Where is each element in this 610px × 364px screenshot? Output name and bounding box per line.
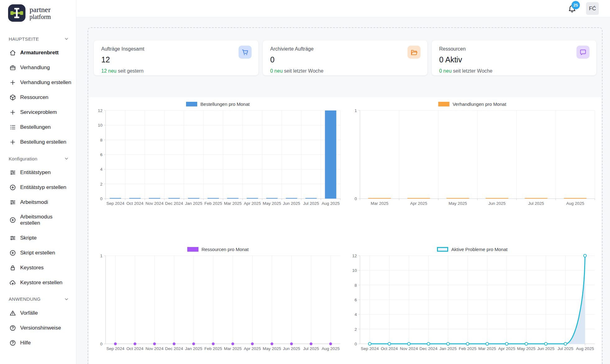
sidebar-item-armaturenbrett[interactable]: Armaturenbrett — [0, 45, 76, 60]
user-avatar[interactable]: FĆ — [586, 2, 599, 15]
sidebar-item-entitätstypen[interactable]: Entitätstypen — [0, 165, 76, 180]
sidebar-item-arbeitsmodi[interactable]: Arbeitsmodi — [0, 195, 76, 210]
sidebar-item-vorfälle[interactable]: Vorfälle — [0, 306, 76, 321]
sidebar-item-ressourcen[interactable]: Ressourcen — [0, 90, 76, 105]
chart-legend[interactable]: Verhandlungen pro Monat — [438, 101, 506, 107]
sidebar-item-label: Entitätstypen — [20, 169, 51, 176]
cart-iconbox — [239, 46, 252, 59]
card-delta-suffix: seit letzter Woche — [452, 68, 492, 74]
sidebar-section-konfiguration: KonfigurationEntitätstypenEntitätstyp er… — [0, 152, 76, 290]
sidebar-item-entitätstyp-erstellen[interactable]: Entitätstyp erstellen — [0, 180, 76, 195]
card-ressourcen[interactable]: Ressourcen 0 Aktiv 0 neu seit letzter Wo… — [432, 40, 596, 75]
stat-cards-row: Aufträge Insgesamt 12 12 neu seit gester… — [94, 40, 596, 75]
svg-text:Jun 2025: Jun 2025 — [537, 346, 554, 351]
question-icon — [9, 325, 16, 331]
svg-text:6: 6 — [100, 152, 102, 157]
svg-text:Oct 2024: Oct 2024 — [381, 346, 398, 351]
sidebar-nav: HAUPTSEITEArmaturenbrettVerhandlungVerha… — [0, 22, 76, 350]
plus-icon — [9, 109, 16, 116]
cloud-upload-icon — [9, 279, 16, 286]
sliders-icon — [9, 235, 16, 241]
sidebar-item-label: Skript erstellen — [20, 250, 55, 256]
svg-text:Aug 2025: Aug 2025 — [321, 201, 339, 206]
svg-text:Dec 2024: Dec 2024 — [165, 346, 183, 351]
legend-label: Bestellungen pro Monat — [200, 101, 249, 107]
notifications-button[interactable]: 25 — [567, 4, 577, 14]
card-value: 0 Aktiv — [439, 55, 589, 64]
chevron-down-icon — [64, 156, 69, 161]
sidebar-item-label: Vorfälle — [20, 310, 38, 316]
svg-text:Sep 2024: Sep 2024 — [106, 346, 124, 351]
svg-text:Jul 2025: Jul 2025 — [303, 346, 319, 351]
sidebar-item-skripte[interactable]: Skripte — [0, 231, 76, 245]
svg-text:1: 1 — [354, 108, 357, 113]
sidebar-item-label: Armaturenbrett — [20, 50, 59, 56]
sidebar-item-skript-erstellen[interactable]: Skript erstellen — [0, 245, 76, 260]
svg-text:Sep 2024: Sep 2024 — [106, 201, 124, 206]
svg-text:Jul 2025: Jul 2025 — [303, 201, 319, 206]
page-content: Aufträge Insgesamt 12 12 neu seit gester… — [76, 17, 610, 364]
svg-text:Jun 2025: Jun 2025 — [488, 201, 506, 206]
svg-text:May 2025: May 2025 — [262, 201, 281, 206]
chart-legend[interactable]: Aktive Probleme pro Monat — [437, 247, 508, 252]
briefcase-icon — [9, 64, 16, 71]
legend-label: Aktive Probleme pro Monat — [451, 247, 508, 252]
card-delta: 0 neu seit letzter Woche — [439, 68, 589, 74]
svg-text:May 2025: May 2025 — [448, 201, 467, 206]
svg-text:0: 0 — [100, 196, 102, 201]
svg-text:12: 12 — [352, 254, 357, 258]
sidebar-item-hilfe[interactable]: Hilfe — [0, 335, 76, 350]
chart-legend[interactable]: Bestellungen pro Monat — [186, 101, 249, 107]
sliders-icon — [9, 169, 16, 176]
card-archivierte-auftraege[interactable]: Archivierte Aufträge 0 0 neu seit letzte… — [263, 40, 427, 75]
sidebar-item-bestellung-erstellen[interactable]: Bestellung erstellen — [0, 135, 76, 150]
card-value: 12 — [101, 55, 251, 64]
sidebar-item-verhandlung[interactable]: Verhandlung — [0, 60, 76, 75]
sidebar-item-versionshinweise[interactable]: Versionshinweise — [0, 321, 76, 335]
list-icon — [9, 124, 16, 131]
card-auftraege-insgesamt[interactable]: Aufträge Insgesamt 12 12 neu seit gester… — [94, 40, 258, 75]
legend-swatch — [437, 247, 448, 252]
sidebar-section-header-anwendung[interactable]: ANWENDUNG — [0, 293, 76, 306]
sidebar-section-header-konfiguration[interactable]: Konfiguration — [0, 152, 76, 165]
svg-text:2: 2 — [100, 182, 102, 186]
card-title: Ressourcen — [439, 46, 589, 52]
svg-text:Jul 2025: Jul 2025 — [557, 346, 573, 351]
sidebar: partner platform HAUPTSEITEArmaturenbret… — [0, 0, 76, 364]
sidebar-section-header-hauptseite[interactable]: HAUPTSEITE — [0, 32, 76, 45]
sidebar-item-bestellungen[interactable]: Bestellungen — [0, 120, 76, 135]
card-delta: 12 neu seit gestern — [101, 68, 251, 74]
brand-logo[interactable]: partner platform — [0, 3, 76, 22]
sidebar-item-arbeitsmodus-erstellen[interactable]: Arbeitsmodus erstellen — [0, 210, 76, 231]
sidebar-section-label: Konfiguration — [9, 156, 37, 161]
sidebar-item-keystores[interactable]: Keystores — [0, 260, 76, 275]
sidebar-item-verhandlung-erstellen[interactable]: Verhandlung erstellen — [0, 75, 76, 90]
card-delta: 0 neu seit letzter Woche — [270, 68, 420, 74]
svg-text:1: 1 — [100, 254, 102, 258]
card-delta-positive: 0 neu — [270, 68, 283, 74]
legend-label: Ressourcen pro Monat — [202, 247, 249, 252]
sidebar-item-label: Entitätstyp erstellen — [20, 184, 66, 191]
svg-text:Mar 2025: Mar 2025 — [478, 346, 496, 351]
svg-text:Nov 2024: Nov 2024 — [145, 346, 163, 351]
warning-icon — [9, 310, 16, 317]
svg-text:Mar 2025: Mar 2025 — [224, 346, 241, 351]
sidebar-item-label: Keystores — [20, 265, 44, 271]
chart-bestellungen-pro-monat: Bestellungen pro Monat024681012Sep 2024O… — [91, 101, 345, 226]
chart-legend[interactable]: Ressourcen pro Monat — [187, 247, 249, 252]
svg-text:Aug 2025: Aug 2025 — [321, 346, 339, 351]
svg-text:Dec 2024: Dec 2024 — [165, 201, 183, 206]
cube-icon — [9, 94, 16, 101]
sidebar-item-keystore-erstellen[interactable]: Keystore erstellen — [0, 275, 76, 290]
chart-verhandlungen-pro-monat: Verhandlungen pro Monat01Mar 2025Apr 202… — [345, 101, 599, 226]
sidebar-item-serviceproblem[interactable]: Serviceproblem — [0, 105, 76, 120]
chat-iconbox — [576, 46, 590, 59]
svg-text:Oct 2024: Oct 2024 — [126, 201, 143, 206]
sidebar-item-label: Skripte — [20, 235, 37, 241]
svg-text:Apr 2025: Apr 2025 — [244, 201, 261, 206]
svg-text:May 2025: May 2025 — [262, 346, 281, 351]
card-delta-suffix: seit gestern — [116, 68, 143, 74]
svg-text:10: 10 — [352, 268, 357, 273]
folder-open-icon — [410, 48, 418, 56]
svg-text:Apr 2025: Apr 2025 — [498, 346, 515, 351]
